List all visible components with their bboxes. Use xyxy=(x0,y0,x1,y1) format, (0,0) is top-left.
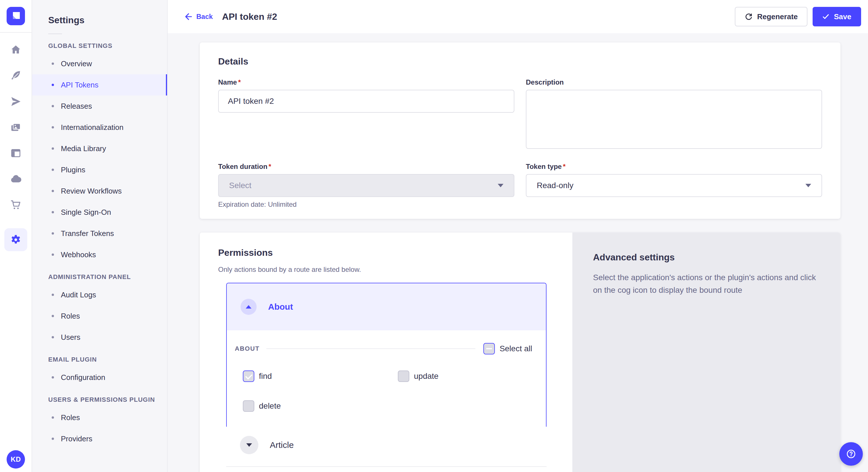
accordion-about-body: ABOUT Select all xyxy=(227,330,546,427)
token-duration-select[interactable]: Select xyxy=(218,174,515,197)
bullet-icon xyxy=(52,254,54,256)
accordion-article-header[interactable]: Article xyxy=(226,427,547,463)
settings-sidebar: Settings GLOBAL SETTINGS Overview API To… xyxy=(32,0,167,472)
chevron-up-icon xyxy=(246,305,251,308)
select-all-label: Select all xyxy=(499,344,532,353)
accordion-about-title: About xyxy=(268,302,293,312)
token-duration-value: Select xyxy=(229,181,251,190)
sidebar-item-label: Plugins xyxy=(61,165,85,174)
bullet-icon xyxy=(52,416,54,419)
delete-label: delete xyxy=(259,401,281,411)
icon-rail: KD xyxy=(0,0,32,472)
settings-gear-icon[interactable] xyxy=(4,228,27,251)
accordion-about-header[interactable]: About xyxy=(227,283,546,330)
settings-title-divider xyxy=(48,34,62,34)
accordion-divider xyxy=(226,466,547,467)
sidebar-item-overview[interactable]: Overview xyxy=(32,53,167,74)
token-duration-label: Token duration* xyxy=(218,163,515,171)
token-type-value: Read-only xyxy=(537,181,574,190)
save-label: Save xyxy=(834,12,851,21)
marketplace-cart-icon[interactable] xyxy=(10,199,22,210)
sidebar-item-label: Webhooks xyxy=(61,250,96,259)
required-marker: * xyxy=(563,163,565,171)
section-label-email-plugin: EMAIL PLUGIN xyxy=(48,356,167,363)
expand-toggle-button[interactable] xyxy=(240,436,258,454)
media-library-icon[interactable] xyxy=(10,122,22,133)
group-divider xyxy=(267,348,475,349)
name-field-group: Name* xyxy=(218,78,515,151)
sidebar-item-users[interactable]: Users xyxy=(32,327,167,348)
find-label: find xyxy=(259,372,272,381)
name-input[interactable] xyxy=(218,90,515,113)
sidebar-item-review-workflows[interactable]: Review Workflows xyxy=(32,180,167,202)
user-avatar[interactable]: KD xyxy=(7,450,25,469)
advanced-settings-panel: Advanced settings Select the application… xyxy=(572,233,840,472)
sidebar-item-single-sign-on[interactable]: Single Sign-On xyxy=(32,202,167,223)
bullet-icon xyxy=(52,84,54,86)
details-card: Details Name* Description xyxy=(200,42,840,219)
regenerate-label: Regenerate xyxy=(757,12,798,21)
check-icon xyxy=(823,13,829,20)
sidebar-item-label: Releases xyxy=(61,102,92,111)
token-type-label: Token type* xyxy=(526,163,822,171)
content-type-builder-icon[interactable] xyxy=(10,147,22,159)
strapi-logo[interactable] xyxy=(7,7,25,25)
accordion-about: About ABOUT Select all xyxy=(226,283,547,427)
bullet-icon xyxy=(52,438,54,440)
update-checkbox[interactable] xyxy=(398,370,409,382)
help-button[interactable] xyxy=(839,442,863,466)
accordion-article-title: Article xyxy=(270,440,293,450)
page-content: Details Name* Description xyxy=(167,33,868,472)
delete-checkbox[interactable] xyxy=(243,400,254,412)
sidebar-item-providers[interactable]: Providers xyxy=(32,428,167,449)
token-type-select[interactable]: Read-only xyxy=(526,174,822,197)
sidebar-item-audit-logs[interactable]: Audit Logs xyxy=(32,284,167,305)
sidebar-item-label: API Tokens xyxy=(61,80,98,90)
sidebar-item-plugins[interactable]: Plugins xyxy=(32,159,167,180)
release-paper-plane-icon[interactable] xyxy=(10,96,22,107)
collapse-toggle-button[interactable] xyxy=(241,299,257,315)
sidebar-item-up-roles[interactable]: Roles xyxy=(32,407,167,428)
sidebar-item-admin-roles[interactable]: Roles xyxy=(32,305,167,327)
description-textarea[interactable] xyxy=(526,90,822,149)
sidebar-item-api-tokens[interactable]: API Tokens xyxy=(32,74,167,96)
sidebar-item-label: Providers xyxy=(61,434,92,443)
bullet-icon xyxy=(52,63,54,65)
action-row-update: update xyxy=(398,370,532,382)
bullet-icon xyxy=(52,336,54,338)
home-icon[interactable] xyxy=(10,44,22,56)
main-area: Back API token #2 Regenerate Save xyxy=(167,0,868,472)
refresh-icon xyxy=(745,12,753,21)
rail-divider xyxy=(0,32,32,33)
save-button[interactable]: Save xyxy=(813,7,861,26)
section-label-users-permissions-plugin: USERS & PERMISSIONS PLUGIN xyxy=(48,396,167,403)
regenerate-button[interactable]: Regenerate xyxy=(735,7,808,26)
sidebar-item-email-configuration[interactable]: Configuration xyxy=(32,367,167,388)
permissions-panel: Permissions Only actions bound by a rout… xyxy=(200,233,572,472)
sidebar-item-label: Transfer Tokens xyxy=(61,229,114,238)
select-all-row: Select all xyxy=(484,343,532,355)
question-mark-icon xyxy=(845,448,857,460)
action-row-delete: delete xyxy=(243,400,398,412)
bullet-icon xyxy=(52,105,54,107)
select-all-checkbox[interactable] xyxy=(484,343,495,355)
back-link[interactable]: Back xyxy=(184,12,213,21)
content-manager-feather-icon[interactable] xyxy=(10,70,22,81)
bullet-icon xyxy=(52,169,54,171)
sidebar-item-transfer-tokens[interactable]: Transfer Tokens xyxy=(32,223,167,244)
bullet-icon xyxy=(52,147,54,150)
sidebar-item-internationalization[interactable]: Internationalization xyxy=(32,117,167,138)
sidebar-item-webhooks[interactable]: Webhooks xyxy=(32,244,167,265)
sidebar-item-media-library[interactable]: Media Library xyxy=(32,138,167,159)
details-heading: Details xyxy=(218,56,822,67)
permissions-subtitle: Only actions bound by a route are listed… xyxy=(218,266,554,274)
token-type-field-group: Token type* Read-only xyxy=(526,163,822,208)
sidebar-item-releases[interactable]: Releases xyxy=(32,96,167,117)
permissions-card: Permissions Only actions bound by a rout… xyxy=(200,233,840,472)
cloud-icon[interactable] xyxy=(10,173,22,185)
back-arrow-icon xyxy=(184,12,193,21)
about-actions-grid: find update delete xyxy=(235,370,532,412)
find-checkbox[interactable] xyxy=(243,370,254,382)
sidebar-item-label: Roles xyxy=(61,312,80,321)
bullet-icon xyxy=(52,376,54,378)
